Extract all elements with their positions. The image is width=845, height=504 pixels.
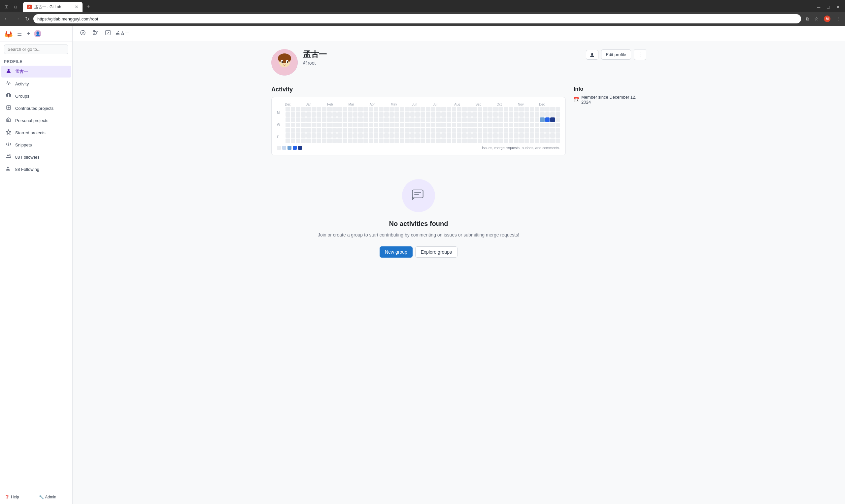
- sidebar-item-contributed[interactable]: Contributed projects: [1, 102, 71, 114]
- issues-toolbar-button[interactable]: [78, 29, 88, 38]
- admin-button[interactable]: 🔧 Admin: [37, 493, 70, 501]
- profile-section-label: Profile: [0, 57, 72, 65]
- chart-cell: [426, 133, 430, 138]
- chart-cell: [483, 133, 488, 138]
- profile-button[interactable]: M: [822, 14, 832, 23]
- sidebar-item-activity[interactable]: Activity: [1, 78, 71, 90]
- chart-cell: [364, 128, 368, 132]
- chart-cell: [462, 123, 467, 127]
- chart-cell: [550, 139, 555, 143]
- new-group-button[interactable]: New group: [380, 246, 412, 258]
- chart-week-16: [369, 107, 373, 143]
- chart-week-2: [296, 107, 300, 143]
- chart-cell: [364, 107, 368, 111]
- chart-week-18: [379, 107, 384, 143]
- sidebar-item-label-user: 孟古一: [15, 69, 28, 74]
- chart-cell: [322, 107, 327, 111]
- chart-cell: [379, 139, 384, 143]
- chart-cell: [394, 112, 399, 117]
- chart-cell: [327, 118, 332, 122]
- chart-cell: [493, 133, 498, 138]
- svg-rect-1: [6, 94, 8, 97]
- chart-cell: [421, 128, 425, 132]
- month-oct: Oct: [497, 103, 518, 106]
- sidebar-item-starred[interactable]: Starred projects: [1, 127, 71, 139]
- address-bar[interactable]: [33, 14, 801, 23]
- profile-header: 孟古一 @root Edit profile ⋮: [271, 49, 646, 75]
- chart-cell: [364, 118, 368, 122]
- sidebar-item-groups[interactable]: Groups: [1, 90, 71, 102]
- chart-cell: [462, 128, 467, 132]
- chart-cell: [312, 123, 316, 127]
- chart-cell: [545, 123, 550, 127]
- maximize-button[interactable]: □: [824, 4, 832, 10]
- new-item-button[interactable]: +: [26, 29, 31, 38]
- search-input[interactable]: [4, 44, 68, 54]
- chart-cell: [374, 118, 378, 122]
- refresh-button[interactable]: ↻: [24, 15, 31, 23]
- more-actions-button[interactable]: ⋮: [634, 49, 646, 60]
- chart-cell: [493, 139, 498, 143]
- chart-cell: [332, 133, 337, 138]
- sidebar-item-snippets[interactable]: Snippets: [1, 139, 71, 151]
- chart-cell: [431, 139, 436, 143]
- tab-title: 孟古一 · GitLab: [34, 4, 61, 10]
- chart-cell: [550, 128, 555, 132]
- chart-cell: [405, 123, 410, 127]
- chart-weeks-grid: [285, 107, 560, 143]
- sidebar-item-followers[interactable]: 88 Followers: [1, 151, 71, 163]
- chart-cell: [353, 112, 358, 117]
- chart-cell: [384, 133, 389, 138]
- chart-cell: [327, 128, 332, 132]
- gitlab-logo[interactable]: [4, 29, 13, 38]
- chart-week-10: [337, 107, 342, 143]
- avatar-image: [271, 49, 298, 75]
- chart-cell: [535, 133, 539, 138]
- chart-cell: [545, 139, 550, 143]
- chart-cell: [358, 133, 363, 138]
- chart-week-6: [317, 107, 321, 143]
- sidebar-item-user[interactable]: 孟古一: [1, 66, 71, 77]
- chart-week-22: [400, 107, 404, 143]
- sidebar-item-following[interactable]: 88 Following: [1, 163, 71, 175]
- sidebar-toggle-button[interactable]: ☰: [16, 29, 23, 38]
- extensions-button[interactable]: ⧉: [804, 15, 811, 23]
- more-options-button[interactable]: ⋮: [834, 15, 842, 23]
- chart-cell: [291, 128, 295, 132]
- chart-cell: [446, 118, 451, 122]
- chart-week-48: [535, 107, 539, 143]
- chart-cell: [530, 139, 534, 143]
- chart-cell: [322, 118, 327, 122]
- close-tab-button[interactable]: ✕: [75, 5, 78, 9]
- active-tab[interactable]: G 孟古一 · GitLab ✕: [23, 2, 83, 12]
- chart-cell: [312, 139, 316, 143]
- chart-week-52: [556, 107, 560, 143]
- chart-cell: [405, 107, 410, 111]
- bookmarks-button[interactable]: ☆: [812, 15, 821, 23]
- minimize-button[interactable]: ─: [815, 4, 823, 10]
- chart-cell: [379, 123, 384, 127]
- chart-cell: [514, 112, 518, 117]
- forward-button[interactable]: →: [13, 15, 21, 23]
- chart-week-7: [322, 107, 327, 143]
- window-close-button[interactable]: ✕: [833, 4, 842, 10]
- sidebar-item-personal[interactable]: Personal projects: [1, 114, 71, 126]
- help-button[interactable]: ❓ Help: [3, 493, 36, 501]
- back-button[interactable]: ←: [3, 15, 11, 23]
- edit-profile-button[interactable]: Edit profile: [601, 50, 631, 60]
- chart-cell: [556, 118, 560, 122]
- chart-cell: [291, 123, 295, 127]
- chart-cell: [384, 112, 389, 117]
- chart-cell: [394, 133, 399, 138]
- to-do-toolbar-button[interactable]: [103, 29, 113, 38]
- profile-icon-button[interactable]: [586, 50, 598, 60]
- avatar[interactable]: 👤: [34, 30, 41, 37]
- chart-cell: [431, 128, 436, 132]
- new-tab-button[interactable]: +: [84, 4, 93, 11]
- chart-cell: [415, 139, 420, 143]
- explore-groups-button[interactable]: Explore groups: [415, 246, 457, 258]
- chart-cell: [462, 139, 467, 143]
- chart-cell: [441, 123, 446, 127]
- svg-point-6: [7, 155, 9, 156]
- merge-requests-toolbar-button[interactable]: [90, 29, 100, 38]
